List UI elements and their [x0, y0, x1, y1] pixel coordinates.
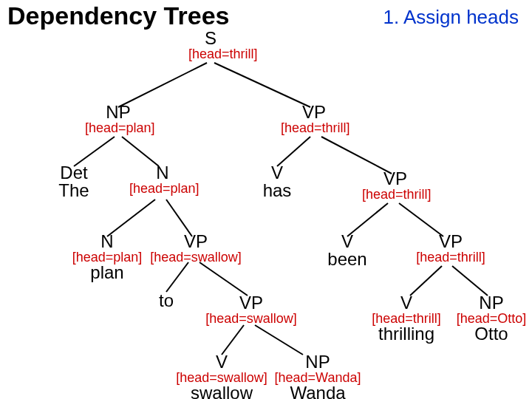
- head-annot: [head=swallow]: [203, 312, 299, 325]
- node-n-plan: N [head=plan] plan: [70, 233, 144, 282]
- svg-line-8: [347, 203, 388, 236]
- svg-line-5: [321, 137, 392, 174]
- terminal: has: [259, 182, 296, 200]
- head-annot: [head=thrill]: [188, 47, 233, 61]
- terminal: swallow: [170, 384, 273, 399]
- svg-line-11: [200, 262, 248, 296]
- node-to: to: [151, 292, 181, 310]
- terminal: plan: [70, 264, 144, 282]
- cat-label: Det: [52, 164, 96, 182]
- terminal: to: [151, 292, 181, 310]
- svg-line-10: [166, 262, 188, 292]
- page-title: Dependency Trees: [7, 1, 229, 30]
- svg-line-6: [107, 200, 155, 236]
- node-vp: VP [head=thrill]: [281, 103, 347, 134]
- node-v-has: V has: [259, 164, 296, 200]
- terminal: been: [325, 250, 369, 268]
- node-v-swallow: V [head=swallow] swallow: [170, 353, 273, 399]
- cat-label: VP: [203, 294, 299, 312]
- svg-line-3: [122, 137, 159, 166]
- node-vp2: VP [head=thrill]: [362, 170, 429, 201]
- step-label: 1. Assign heads: [383, 6, 519, 29]
- node-det: Det The: [52, 164, 96, 200]
- cat-label: VP: [414, 233, 488, 250]
- svg-line-12: [410, 266, 442, 296]
- svg-line-4: [277, 137, 310, 166]
- terminal: Otto: [454, 325, 528, 343]
- cat-label: N: [129, 164, 196, 182]
- terminal: The: [52, 182, 96, 200]
- cat-label: NP: [454, 294, 528, 312]
- node-np-wanda: NP [head=Wanda] Wanda: [273, 353, 362, 399]
- cat-label: NP: [273, 353, 362, 371]
- node-s: S [head=thrill]: [188, 30, 233, 61]
- svg-line-13: [452, 266, 488, 296]
- head-annot: [head=thrill]: [281, 121, 347, 134]
- terminal: thrilling: [362, 325, 451, 343]
- cat-label: V: [259, 164, 296, 182]
- slide: Dependency Trees 1. Assign heads S [head…: [0, 0, 532, 399]
- terminal: Wanda: [273, 384, 362, 399]
- cat-label: VP: [362, 170, 429, 188]
- cat-label: VP: [281, 103, 347, 121]
- cat-label: VP: [148, 233, 244, 250]
- cat-label: NP: [85, 103, 151, 121]
- cat-label: V: [325, 233, 369, 250]
- head-annot: [head=plan]: [85, 121, 151, 134]
- head-annot: [head=swallow]: [148, 250, 244, 264]
- svg-line-2: [74, 137, 115, 166]
- cat-label: V: [362, 294, 451, 312]
- node-vp3: VP [head=thrill]: [414, 233, 488, 264]
- head-annot: [head=thrill]: [362, 188, 429, 201]
- node-v-thrill: V [head=thrill] thrilling: [362, 294, 451, 343]
- node-np: NP [head=plan]: [85, 103, 151, 134]
- node-np-otto: NP [head=Otto] Otto: [454, 294, 528, 343]
- svg-line-9: [399, 203, 443, 236]
- node-vp-swallow2: VP [head=swallow]: [203, 294, 299, 325]
- head-annot: [head=plan]: [129, 182, 196, 195]
- cat-label: V: [170, 353, 273, 371]
- svg-line-14: [222, 325, 244, 355]
- svg-line-0: [118, 63, 207, 107]
- cat-label: N: [70, 233, 144, 250]
- node-n: N [head=plan]: [129, 164, 196, 195]
- node-vp-swallow: VP [head=swallow]: [148, 233, 244, 264]
- head-annot: [head=thrill]: [414, 250, 488, 264]
- node-v-been: V been: [325, 233, 369, 268]
- cat-label: S: [188, 30, 233, 47]
- svg-line-1: [214, 63, 310, 107]
- svg-line-15: [255, 325, 303, 355]
